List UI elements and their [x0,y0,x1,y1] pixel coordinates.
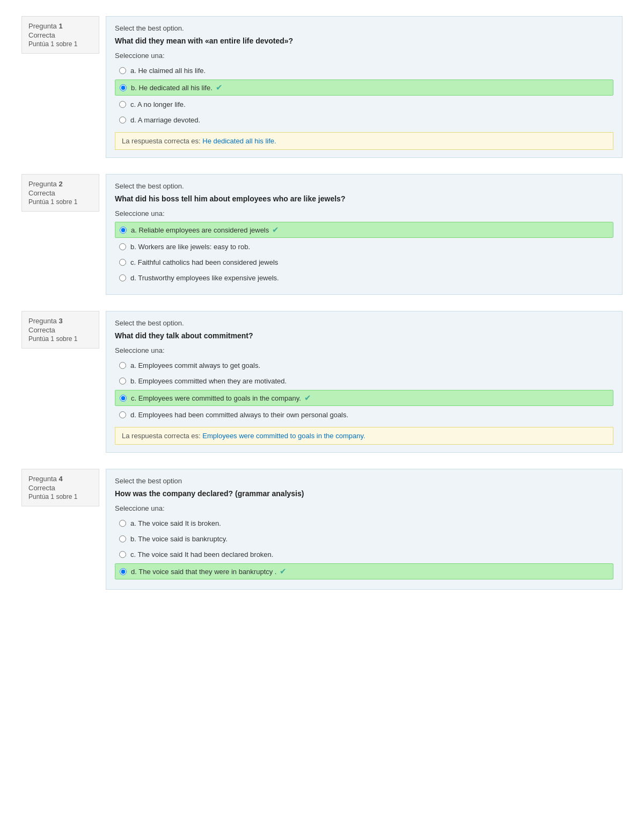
question-sidebar-3: Pregunta 3 Correcta Puntúa 1 sobre 1 [21,311,99,349]
instruction-text: Select the best option. [115,319,613,327]
option-label: a. Reliable employees are considered jew… [131,226,269,234]
option-4-1[interactable]: b. The voice said is bankruptcy. [115,532,613,546]
feedback-answer: Employees were committed to goals in the… [201,432,365,440]
option-label: b. Workers are like jewels: easy to rob. [130,243,250,251]
question-content-1: Select the best option.What did they mea… [106,16,623,158]
question-text: What did they mean with «an entire life … [115,37,613,45]
radio-1-2[interactable] [119,101,126,108]
question-text: What did they talk about commitment? [115,331,613,340]
pregunta-text: Pregunta [28,475,57,483]
option-1-1[interactable]: b. He dedicated all his life. ✔ [115,79,613,96]
option-4-0[interactable]: a. The voice said It is broken. [115,517,613,530]
option-2-1[interactable]: b. Workers are like jewels: easy to rob. [115,240,613,253]
option-label: c. The voice said It had been declared b… [130,550,273,559]
question-block-3: Pregunta 3 Correcta Puntúa 1 sobre 1 Sel… [21,311,623,453]
instruction-text: Select the best option. [115,182,613,190]
pregunta-number: 2 [58,180,62,188]
option-3-2[interactable]: c. Employees were committed to goals in … [115,390,613,406]
option-4-2[interactable]: c. The voice said It had been declared b… [115,548,613,561]
question-content-4: Select the best optionHow was the compan… [106,469,623,590]
correct-checkmark-icon: ✔ [304,393,311,403]
option-1-2[interactable]: c. A no longer life. [115,98,613,111]
puntua-label: Puntúa 1 sobre 1 [28,40,92,48]
option-label: a. The voice said It is broken. [130,519,221,527]
radio-4-0[interactable] [119,520,126,527]
option-2-0[interactable]: a. Reliable employees are considered jew… [115,222,613,238]
radio-2-1[interactable] [119,243,126,250]
radio-1-3[interactable] [119,117,126,124]
option-label: a. Employees commit always to get goals. [130,361,260,369]
question-content-2: Select the best option.What did his boss… [106,174,623,295]
option-2-2[interactable]: c. Faithful catholics had been considere… [115,256,613,269]
question-content-3: Select the best option.What did they tal… [106,311,623,453]
feedback-box: La respuesta correcta es: Employees were… [115,427,613,445]
option-3-1[interactable]: b. Employees committed when they are mot… [115,374,613,388]
instruction-text: Select the best option [115,477,613,485]
pregunta-number: 1 [58,22,62,30]
feedback-prefix: La respuesta correcta es: [122,432,201,440]
option-4-3[interactable]: d. The voice said that they were in bank… [115,563,613,579]
option-label: b. The voice said is bankruptcy. [130,535,228,543]
option-label: a. He claimed all his life. [130,67,206,75]
question-block-2: Pregunta 2 Correcta Puntúa 1 sobre 1 Sel… [21,174,623,295]
correct-checkmark-icon: ✔ [280,567,287,576]
option-3-3[interactable]: d. Employees had been committed always t… [115,408,613,422]
correct-checkmark-icon: ✔ [272,225,279,235]
seleccione-label: Seleccione una: [115,504,613,512]
seleccione-label: Seleccione una: [115,52,613,60]
option-3-0[interactable]: a. Employees commit always to get goals. [115,359,613,372]
radio-2-0[interactable] [120,227,127,234]
pregunta-text: Pregunta [28,317,57,325]
radio-3-1[interactable] [119,378,126,385]
option-2-3[interactable]: d. Trustworthy employees like expensive … [115,271,613,285]
question-sidebar-1: Pregunta 1 Correcta Puntúa 1 sobre 1 [21,16,99,54]
pregunta-label: Pregunta 3 [28,317,92,325]
puntua-label: Puntúa 1 sobre 1 [28,493,92,501]
feedback-answer: He dedicated all his life. [201,137,276,145]
puntua-label: Puntúa 1 sobre 1 [28,335,92,343]
option-label: d. Trustworthy employees like expensive … [130,274,279,282]
option-label: d. Employees had been committed always t… [130,411,348,419]
correcta-label: Correcta [28,31,92,39]
pregunta-label: Pregunta 4 [28,475,92,483]
radio-3-2[interactable] [120,395,127,402]
question-text: What did his boss tell him about employe… [115,194,613,203]
question-block-1: Pregunta 1 Correcta Puntúa 1 sobre 1 Sel… [21,16,623,158]
radio-4-3[interactable] [120,568,127,575]
question-text: How was the company declared? (grammar a… [115,489,613,498]
correcta-label: Correcta [28,326,92,334]
correcta-label: Correcta [28,484,92,492]
pregunta-number: 3 [58,317,62,325]
radio-4-2[interactable] [119,551,126,558]
radio-2-2[interactable] [119,259,126,266]
correcta-label: Correcta [28,189,92,197]
feedback-box: La respuesta correcta es: He dedicated a… [115,132,613,150]
option-label: b. He dedicated all his life. [131,84,213,92]
option-label: c. Faithful catholics had been considere… [130,258,278,266]
question-sidebar-4: Pregunta 4 Correcta Puntúa 1 sobre 1 [21,469,99,506]
option-1-3[interactable]: d. A marriage devoted. [115,113,613,127]
feedback-prefix: La respuesta correcta es: [122,137,201,145]
pregunta-label: Pregunta 2 [28,180,92,188]
radio-4-1[interactable] [119,535,126,542]
radio-1-0[interactable] [119,67,126,74]
option-label: b. Employees committed when they are mot… [130,377,287,385]
radio-3-0[interactable] [119,362,126,369]
option-1-0[interactable]: a. He claimed all his life. [115,64,613,77]
option-label: c. Employees were committed to goals in … [131,394,301,402]
radio-1-1[interactable] [120,84,127,91]
option-label: c. A no longer life. [130,100,186,108]
instruction-text: Select the best option. [115,24,613,32]
option-label: d. The voice said that they were in bank… [131,568,276,576]
pregunta-number: 4 [58,475,62,483]
radio-3-3[interactable] [119,411,126,418]
question-block-4: Pregunta 4 Correcta Puntúa 1 sobre 1 Sel… [21,469,623,590]
correct-checkmark-icon: ✔ [216,83,223,92]
pregunta-text: Pregunta [28,180,57,188]
seleccione-label: Seleccione una: [115,209,613,217]
option-label: d. A marriage devoted. [130,116,200,124]
pregunta-label: Pregunta 1 [28,22,92,30]
seleccione-label: Seleccione una: [115,346,613,354]
question-sidebar-2: Pregunta 2 Correcta Puntúa 1 sobre 1 [21,174,99,212]
radio-2-3[interactable] [119,274,126,281]
